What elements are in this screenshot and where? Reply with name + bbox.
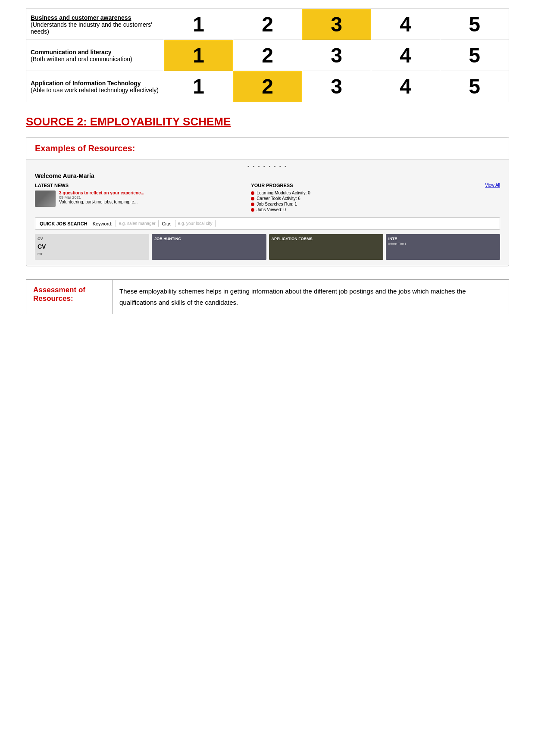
dot-icon xyxy=(251,197,254,200)
dot-icon xyxy=(251,191,254,195)
latest-news-section: LATEST NEWS 3 questions to reflect on yo… xyxy=(35,183,242,213)
rating-table: Business and customer awareness(Understa… xyxy=(26,9,509,102)
score-cell-2[interactable]: 2 xyxy=(233,71,302,102)
city-input[interactable]: e.g. your local city xyxy=(175,220,216,227)
score-cell-2[interactable]: 2 xyxy=(233,9,302,40)
news-thumbnail xyxy=(35,191,56,207)
skill-label: Business and customer awareness(Understa… xyxy=(26,9,164,40)
card-label: CV xyxy=(38,237,147,241)
score-cell-1[interactable]: 1 xyxy=(164,71,233,102)
score-cell-5[interactable]: 5 xyxy=(440,9,509,40)
resource-card-cv[interactable]: CVCVme xyxy=(35,234,149,260)
news-sub: Volunteering, part-time jobs, temping, e… xyxy=(59,200,144,204)
score-cell-5[interactable]: 5 xyxy=(440,71,509,102)
card-label: INTE xyxy=(388,237,497,241)
progress-section: YOUR PROGRESS View All Learning Modules … xyxy=(251,183,500,213)
card-label: APPLICATION FORMS xyxy=(272,237,381,241)
view-all-link[interactable]: View All xyxy=(485,183,500,188)
quick-search-label: QUICK JOB SEARCH xyxy=(40,221,88,226)
dots-row: • • • • • • • • xyxy=(35,164,500,169)
welcome-text: Welcome Aura-Maria xyxy=(35,172,500,179)
news-date: 09 Mar 2021 xyxy=(59,195,144,200)
assessment-table: Assessment of Resources: These employabi… xyxy=(26,279,509,314)
score-cell-4[interactable]: 4 xyxy=(371,71,440,102)
keyword-input[interactable]: e.g. sales manager xyxy=(116,220,158,227)
resource-card-job[interactable]: JOB HUNTING xyxy=(152,234,266,260)
examples-header: Examples of Resources: xyxy=(26,137,509,160)
progress-item: Career Tools Activity: 6 xyxy=(251,196,500,201)
resource-card-int[interactable]: INTEIntern The I xyxy=(386,234,500,260)
score-cell-2[interactable]: 2 xyxy=(233,40,302,71)
skill-label: Communication and literacy(Both written … xyxy=(26,40,164,71)
progress-item: Job Searches Run: 1 xyxy=(251,202,500,206)
assessment-label: Assessment of Resources: xyxy=(26,280,113,314)
score-cell-4[interactable]: 4 xyxy=(371,9,440,40)
inner-app-mockup: • • • • • • • • Welcome Aura-Maria LATES… xyxy=(26,160,509,266)
score-cell-3[interactable]: 3 xyxy=(302,40,371,71)
city-label: City: xyxy=(162,221,172,226)
progress-items: Learning Modules Activity: 0Career Tools… xyxy=(251,191,500,212)
score-cell-5[interactable]: 5 xyxy=(440,40,509,71)
skill-label: Application of Information Technology(Ab… xyxy=(26,71,164,102)
progress-item: Jobs Viewed: 0 xyxy=(251,207,500,212)
keyword-label: Keyword: xyxy=(93,221,113,226)
progress-label: YOUR PROGRESS xyxy=(251,183,293,188)
quick-search-row: QUICK JOB SEARCH Keyword: e.g. sales man… xyxy=(35,217,500,230)
score-cell-3[interactable]: 3 xyxy=(302,71,371,102)
score-cell-4[interactable]: 4 xyxy=(371,40,440,71)
dot-icon xyxy=(251,208,254,212)
progress-item: Learning Modules Activity: 0 xyxy=(251,191,500,195)
score-cell-1[interactable]: 1 xyxy=(164,9,233,40)
news-text: 3 questions to reflect on your experienc… xyxy=(59,191,144,204)
score-cell-3[interactable]: 3 xyxy=(302,9,371,40)
source2-heading: SOURCE 2: EMPLOYABILITY SCHEME xyxy=(26,115,509,128)
resource-card-app[interactable]: APPLICATION FORMS xyxy=(269,234,383,260)
dot-icon xyxy=(251,203,254,206)
assessment-text: These employability schemes helps in get… xyxy=(113,280,509,314)
card-label: JOB HUNTING xyxy=(154,237,263,241)
card-sub: Intern The I xyxy=(388,242,497,246)
score-cell-1[interactable]: 1 xyxy=(164,40,233,71)
latest-news-label: LATEST NEWS xyxy=(35,183,242,188)
news-title: 3 questions to reflect on your experienc… xyxy=(59,191,144,195)
examples-box: Examples of Resources: • • • • • • • • W… xyxy=(26,137,509,266)
news-item: 3 questions to reflect on your experienc… xyxy=(35,191,242,207)
resource-cards-row: CVCVmeJOB HUNTINGAPPLICATION FORMSINTEIn… xyxy=(35,234,500,260)
